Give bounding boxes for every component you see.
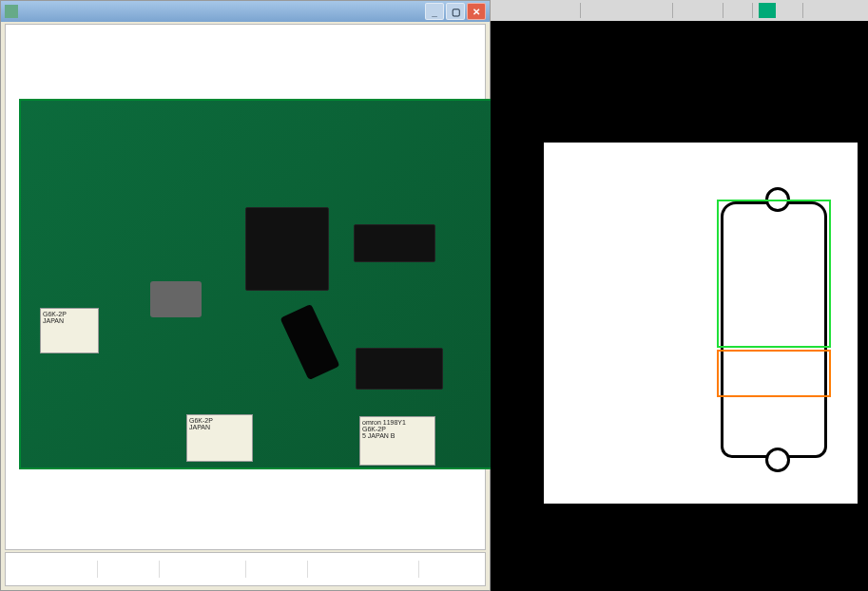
rotate-left-button[interactable] [256,561,273,578]
minimize-button[interactable]: _ [425,3,444,20]
wand-icon[interactable] [809,3,826,18]
capacitor [280,304,339,380]
viewer-canvas: G6K-2PJAPAN G6K-2PJAPAN omron 1198Y1G6K-… [5,24,486,550]
ic-1 [354,224,435,262]
ic-2 [356,348,443,390]
titlebar: _ ▢ ✕ [1,1,490,22]
viewer-toolbar [5,552,486,586]
print-icon[interactable] [628,3,646,18]
relay-2: G6K-2PJAPAN [186,414,253,462]
zoom-in-icon[interactable] [587,3,604,18]
back-icon[interactable] [536,3,553,18]
db25-diagram [544,143,858,504]
relay-1: G6K-2PJAPAN [40,308,99,353]
settings-icon[interactable] [830,3,847,18]
first-button[interactable] [46,561,63,578]
highlight-green [717,200,831,348]
print-button[interactable] [342,561,359,578]
forward-icon[interactable] [557,3,574,18]
next-button[interactable] [70,561,87,578]
slideshow-button[interactable] [132,561,149,578]
zoom-out-button[interactable] [194,561,211,578]
delete-icon[interactable] [729,3,746,18]
save-button[interactable] [392,561,409,578]
reload-icon[interactable] [515,3,532,18]
open-icon[interactable] [494,3,511,18]
relay-3: omron 1198Y1G6K-2P5 JAPAN B [359,416,435,466]
app-icon [5,5,18,18]
zoom-fit-icon[interactable] [608,3,625,18]
right-panel [491,0,868,591]
delete-button[interactable] [318,561,335,578]
view-button[interactable] [107,561,125,578]
zoom-in-button[interactable] [169,561,186,578]
crystal [150,281,202,317]
maximize-button[interactable]: ▢ [446,3,465,20]
highlight-orange [717,350,831,397]
mcu-chip [245,207,329,291]
paste-icon[interactable] [700,3,717,18]
fit-button[interactable] [219,561,236,578]
close-button[interactable]: ✕ [467,3,486,20]
right-toolbar [491,0,868,21]
rotate-right-button[interactable] [280,561,298,578]
text-icon[interactable] [780,3,797,18]
copy-icon[interactable] [679,3,696,18]
copy-button[interactable] [367,561,384,578]
mark-icon[interactable] [759,3,776,18]
jtag-pin-labels [95,158,278,167]
pcb-photo: G6K-2PJAPAN G6K-2PJAPAN omron 1198Y1G6K-… [19,99,494,469]
search-icon[interactable] [649,3,666,18]
image-viewer-window: _ ▢ ✕ G6K-2PJAPAN G6K-2PJAPAN omron 1198… [0,0,491,591]
help-button[interactable] [429,561,446,578]
